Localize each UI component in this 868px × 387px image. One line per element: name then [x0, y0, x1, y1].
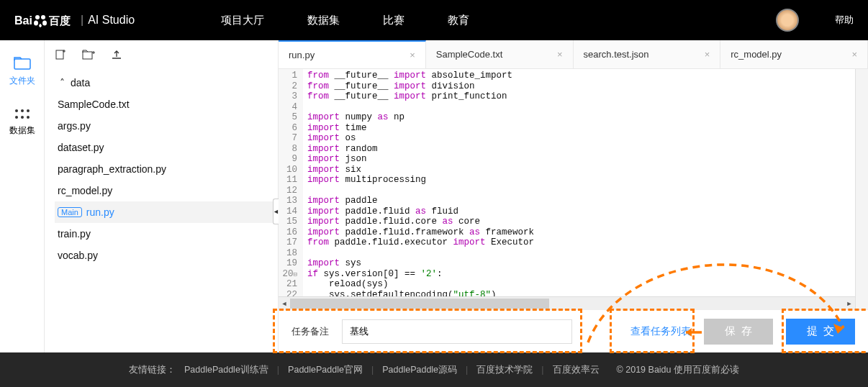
submit-button[interactable]: 提交: [786, 319, 855, 345]
scroll-left-icon[interactable]: ◄: [279, 297, 290, 310]
code-lines[interactable]: from __future__ import absolute_importfr…: [303, 69, 538, 296]
svg-point-4: [42, 21, 47, 26]
nav-projects[interactable]: 项目大厅: [221, 14, 264, 27]
new-folder-icon[interactable]: [82, 50, 95, 60]
svg-point-3: [34, 21, 38, 26]
file-panel: ˄data SampleCode.txt args.py dataset.py …: [45, 40, 278, 352]
svg-rect-16: [83, 52, 92, 59]
folder-icon: [14, 56, 31, 70]
tab-samplecode[interactable]: SampleCode.txt×: [426, 40, 574, 68]
file-item[interactable]: args.py: [55, 115, 278, 137]
code-area[interactable]: 1234567891011121314151617181920⊟21222324…: [279, 69, 868, 296]
nav-contests[interactable]: 比赛: [383, 14, 404, 27]
task-remark-input[interactable]: [342, 319, 572, 344]
footer-link[interactable]: 百度技术学院: [476, 364, 533, 376]
new-file-icon[interactable]: [55, 49, 66, 60]
chevron-right-icon: ˄: [58, 77, 66, 88]
footer-link[interactable]: 百度效率云: [553, 364, 600, 376]
horizontal-scrollbar[interactable]: ◄ ►: [279, 296, 855, 309]
task-bottom-bar: 任务备注 查看任务列表 保存 提交: [279, 309, 868, 352]
svg-point-9: [27, 109, 30, 112]
scroll-right-icon[interactable]: ►: [844, 297, 855, 310]
tab-search-json[interactable]: search.test.json×: [574, 40, 721, 68]
rail-dataset-label: 数据集: [9, 124, 35, 137]
tab-rcmodel[interactable]: rc_model.py×: [720, 40, 868, 68]
nav-help[interactable]: 帮助: [835, 14, 854, 27]
file-item[interactable]: SampleCode.txt: [55, 94, 278, 115]
file-item[interactable]: vocab.py: [55, 245, 278, 266]
task-remark-label: 任务备注: [291, 325, 329, 338]
main-file-label: run.py: [86, 206, 114, 218]
vertical-scrollbar[interactable]: [855, 69, 868, 309]
footer-link[interactable]: PaddlePaddle训练营: [184, 364, 268, 376]
folder-label: data: [71, 77, 90, 88]
svg-point-7: [15, 109, 18, 112]
rail-dataset[interactable]: 数据集: [9, 109, 35, 137]
save-button[interactable]: 保存: [704, 319, 773, 345]
brand-text: AI Studio: [88, 14, 135, 27]
file-tree: ˄data SampleCode.txt args.py dataset.py …: [45, 69, 278, 266]
dataset-icon: [14, 109, 30, 120]
nav-datasets[interactable]: 数据集: [307, 14, 340, 27]
svg-point-8: [21, 109, 24, 112]
close-icon[interactable]: ×: [705, 49, 710, 60]
upload-icon[interactable]: [111, 50, 122, 60]
rail-folder[interactable]: 文件夹: [9, 56, 35, 87]
panel-collapse-handle[interactable]: ◄: [273, 199, 279, 224]
svg-text:百度: 百度: [48, 14, 71, 27]
footer-link[interactable]: PaddlePaddle官网: [288, 364, 363, 376]
footer: 友情链接： PaddlePaddle训练营| PaddlePaddle官网| P…: [0, 352, 868, 387]
svg-point-1: [35, 15, 40, 19]
baidu-logo-icon: Bai 百度: [14, 10, 76, 30]
rail-folder-label: 文件夹: [9, 75, 35, 87]
editor: ◄ run.py× SampleCode.txt× search.test.js…: [278, 40, 868, 352]
svg-rect-6: [14, 59, 30, 69]
svg-point-11: [21, 116, 24, 119]
svg-rect-13: [56, 50, 63, 59]
folder-data[interactable]: ˄data: [55, 72, 278, 94]
file-item[interactable]: dataset.py: [55, 137, 278, 158]
brand-logo[interactable]: Bai 百度 | AI Studio: [14, 10, 135, 30]
main-badge: Main: [58, 207, 82, 217]
file-item[interactable]: rc_model.py: [55, 180, 278, 201]
nav-items: 项目大厅 数据集 比赛 教育: [221, 14, 469, 27]
tab-run-py[interactable]: run.py×: [279, 40, 426, 68]
svg-point-2: [41, 15, 45, 19]
left-icon-rail: 文件夹 数据集: [0, 40, 45, 352]
footer-lead: 友情链接：: [129, 364, 176, 376]
nav-education[interactable]: 教育: [448, 14, 469, 27]
file-item-main[interactable]: Main run.py: [55, 201, 278, 223]
file-item[interactable]: paragraph_extraction.py: [55, 158, 278, 180]
file-item[interactable]: train.py: [55, 223, 278, 245]
svg-text:Bai: Bai: [14, 14, 32, 27]
scroll-thumb[interactable]: [290, 299, 549, 309]
main-area: 文件夹 数据集 ˄data SampleCode.txt args.py dat…: [0, 40, 868, 352]
close-icon[interactable]: ×: [851, 49, 857, 60]
avatar[interactable]: [776, 9, 799, 32]
footer-link[interactable]: PaddlePaddle源码: [382, 364, 457, 376]
line-gutter: 1234567891011121314151617181920⊟21222324: [279, 69, 303, 296]
view-task-list-link[interactable]: 查看任务列表: [630, 325, 691, 338]
top-nav: Bai 百度 | AI Studio 项目大厅 数据集 比赛 教育 帮助: [0, 0, 868, 40]
footer-copy: © 2019 Baidu 使用百度前必读: [617, 364, 739, 376]
svg-point-10: [15, 116, 18, 119]
editor-tabs: run.py× SampleCode.txt× search.test.json…: [279, 40, 868, 69]
close-icon[interactable]: ×: [557, 49, 563, 60]
svg-point-12: [27, 116, 30, 119]
file-toolbar: [45, 40, 278, 69]
close-icon[interactable]: ×: [410, 50, 415, 60]
